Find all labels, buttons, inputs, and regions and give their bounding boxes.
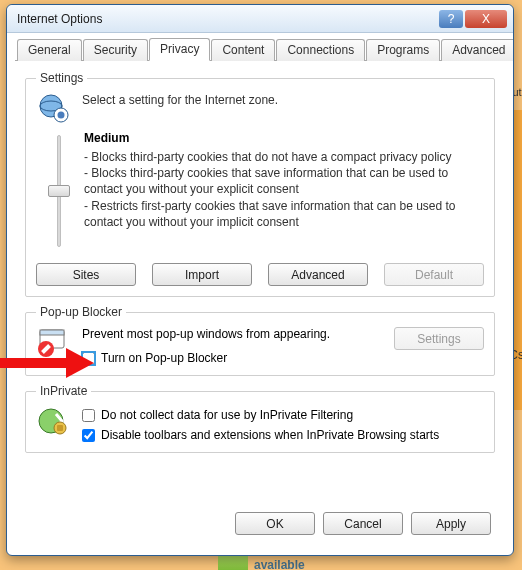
popup-legend: Pop-up Blocker	[36, 305, 126, 319]
settings-legend: Settings	[36, 71, 87, 85]
tab-general[interactable]: General	[17, 39, 82, 61]
inprivate-no-collect-checkbox[interactable]	[82, 409, 95, 422]
svg-marker-1	[66, 348, 94, 378]
cancel-button[interactable]: Cancel	[323, 512, 403, 535]
title-bar[interactable]: Internet Options ? X	[7, 5, 513, 33]
internet-options-dialog: Internet Options ? X General Security Pr…	[6, 4, 514, 556]
inprivate-icon	[36, 406, 70, 436]
import-button[interactable]: Import	[152, 263, 252, 286]
tab-content[interactable]: Content	[211, 39, 275, 61]
privacy-level-label: Medium	[84, 131, 484, 145]
settings-zone-text: Select a setting for the Internet zone.	[82, 93, 484, 107]
privacy-bullet: - Blocks third-party cookies that save i…	[84, 165, 484, 197]
close-button[interactable]: X	[465, 10, 507, 28]
privacy-bullet: - Restricts first-party cookies that sav…	[84, 198, 484, 230]
svg-point-5	[58, 112, 65, 119]
tab-programs[interactable]: Programs	[366, 39, 440, 61]
tab-advanced[interactable]: Advanced	[441, 39, 514, 61]
settings-group: Settings Select a setting for the Intern…	[25, 71, 495, 297]
turn-on-popup-blocker-label: Turn on Pop-up Blocker	[101, 351, 227, 365]
inprivate-no-collect-label: Do not collect data for use by InPrivate…	[101, 408, 353, 422]
internet-zone-icon	[36, 93, 70, 123]
inprivate-disable-toolbars-checkbox[interactable]	[82, 429, 95, 442]
window-title: Internet Options	[17, 12, 437, 26]
apply-button[interactable]: Apply	[411, 512, 491, 535]
svg-rect-12	[57, 425, 63, 431]
advanced-button[interactable]: Advanced	[268, 263, 368, 286]
svg-rect-7	[40, 330, 64, 335]
tab-strip: General Security Privacy Content Connect…	[15, 37, 505, 61]
popup-desc: Prevent most pop-up windows from appeari…	[82, 327, 382, 341]
tab-security[interactable]: Security	[83, 39, 148, 61]
sites-button[interactable]: Sites	[36, 263, 136, 286]
help-button[interactable]: ?	[439, 10, 463, 28]
tab-privacy[interactable]: Privacy	[149, 38, 210, 61]
tab-connections[interactable]: Connections	[276, 39, 365, 61]
bg-text-available: available	[254, 558, 305, 570]
privacy-bullet: - Blocks third-party cookies that do not…	[84, 149, 484, 165]
ok-button[interactable]: OK	[235, 512, 315, 535]
inprivate-group: InPrivate Do not collect data for use by…	[25, 384, 495, 453]
background-stripe	[514, 110, 522, 410]
popup-settings-button: Settings	[394, 327, 484, 350]
privacy-slider[interactable]	[48, 131, 70, 251]
inprivate-legend: InPrivate	[36, 384, 91, 398]
inprivate-disable-toolbars-label: Disable toolbars and extensions when InP…	[101, 428, 439, 442]
default-button: Default	[384, 263, 484, 286]
annotation-arrow	[0, 340, 98, 386]
